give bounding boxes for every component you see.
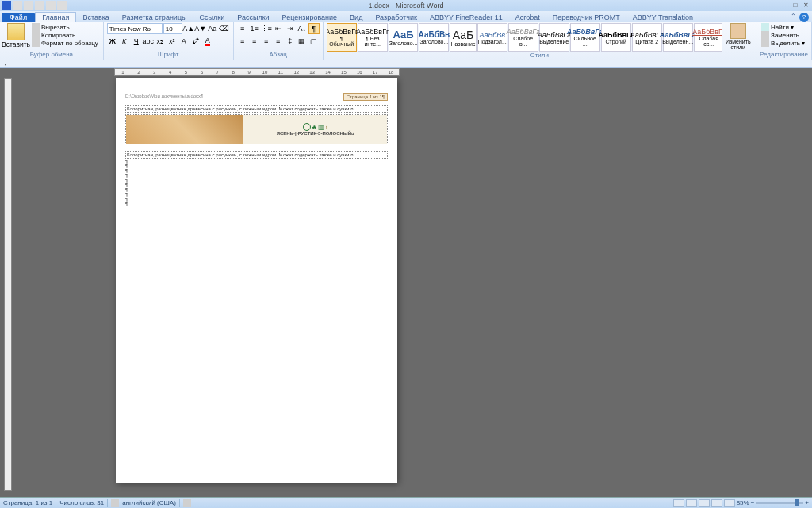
style-emphasis[interactable]: АаБбВвГгВыделение — [539, 23, 569, 52]
style-nospacing[interactable]: АаБбВвГг¶ Без инте... — [358, 23, 388, 52]
style-prev: АаБбВвГг — [538, 31, 571, 39]
text-effects-icon[interactable]: A — [178, 36, 190, 47]
qat-icon-4[interactable] — [46, 1, 56, 10]
tab-view[interactable]: Вид — [343, 13, 369, 22]
clear-format-icon[interactable]: ⌫ — [219, 23, 230, 34]
font-name-select[interactable] — [107, 23, 163, 34]
zoom-in-button[interactable]: + — [805, 499, 809, 506]
zoom-slider[interactable] — [756, 502, 803, 504]
align-right-icon[interactable]: ≡ — [261, 36, 272, 47]
change-styles-button[interactable]: Изменить стили — [723, 23, 753, 50]
align-left-icon[interactable]: ≡ — [237, 36, 248, 47]
table-cell-1[interactable]: Колоритная, разноцветная древесина с рис… — [125, 105, 388, 113]
font-color-icon[interactable]: A — [202, 36, 213, 47]
status-page[interactable]: Страница: 1 из 1 — [3, 499, 52, 506]
shading-icon[interactable]: ▦ — [297, 36, 308, 47]
status-words[interactable]: Число слов: 31 — [59, 499, 104, 506]
status-zoom[interactable]: 85% — [737, 499, 749, 506]
bullets-icon[interactable]: ≡ — [237, 23, 248, 34]
font-size-select[interactable] — [163, 23, 182, 34]
change-case-icon[interactable]: Aa — [207, 23, 218, 34]
close-button[interactable]: ✕ — [801, 2, 810, 10]
qat-redo-icon[interactable] — [35, 1, 44, 10]
style-subtle-ref[interactable]: АаБбВвГгСлабая сс... — [694, 23, 722, 52]
show-marks-icon[interactable]: ¶ — [308, 23, 320, 34]
view-print-layout-icon[interactable] — [673, 499, 684, 507]
view-fullscreen-icon[interactable] — [686, 499, 697, 507]
proofing-icon[interactable] — [111, 499, 119, 507]
qat-save-icon[interactable] — [13, 1, 22, 10]
style-quote[interactable]: АаБбВвГгЦитата 2 — [632, 23, 662, 52]
style-normal[interactable]: АаБбВвГг¶ Обычный — [327, 23, 357, 52]
tab-references[interactable]: Ссылки — [193, 13, 232, 22]
tab-pagelayout[interactable]: Разметка страницы — [116, 13, 193, 22]
superscript-icon[interactable]: x² — [167, 36, 178, 47]
borders-icon[interactable]: ▢ — [308, 36, 320, 47]
status-language[interactable]: английский (США) — [122, 499, 176, 506]
strike-icon[interactable]: abc — [143, 36, 154, 47]
table-cell-2[interactable]: Колоритная, разноцветная древесина с рис… — [125, 151, 388, 159]
image-row[interactable]: ♣ ▥ i ЯСЕНЬ-|-РУСТИК-3-ПОЛОСНЫЙ¤ — [125, 114, 388, 144]
ruler-tick: 1 — [115, 70, 131, 75]
grow-font-icon[interactable]: A▲ — [183, 23, 194, 34]
ribbon-minimize-icon[interactable]: ⌃ — [791, 13, 796, 22]
highlight-icon[interactable]: 🖍 — [190, 36, 201, 47]
format-painter-button[interactable]: Формат по образцу — [30, 39, 100, 47]
tab-mailings[interactable]: Рассылки — [231, 13, 275, 22]
tab-insert[interactable]: Вставка — [76, 13, 115, 22]
bold-icon[interactable]: Ж — [107, 36, 118, 47]
style-subtitle[interactable]: АаБбВвПодзагол... — [477, 23, 508, 52]
tab-review[interactable]: Рецензирование — [276, 13, 344, 22]
document-area[interactable]: 123456789101112131415161718 D:\Dropbox\М… — [0, 68, 812, 500]
shrink-font-icon[interactable]: A▼ — [195, 23, 206, 34]
qat-icon-5[interactable] — [57, 1, 67, 10]
view-outline-icon[interactable] — [711, 499, 722, 507]
align-center-icon[interactable]: ≡ — [249, 36, 260, 47]
maximize-button[interactable]: □ — [791, 2, 800, 10]
sort-icon[interactable]: A↓ — [297, 23, 308, 34]
tab-acrobat[interactable]: Acrobat — [509, 13, 546, 22]
indent-dec-icon[interactable]: ⇤ — [273, 23, 284, 34]
style-intense[interactable]: АаБбВвГгСильное ... — [570, 23, 600, 52]
zoom-thumb[interactable] — [795, 499, 799, 506]
minimize-button[interactable]: — — [780, 2, 790, 10]
help-icon[interactable]: ? — [799, 13, 809, 22]
justify-icon[interactable]: ≡ — [273, 36, 284, 47]
vertical-ruler[interactable] — [4, 78, 12, 491]
style-title[interactable]: АаБНазвание — [450, 23, 476, 52]
style-strong[interactable]: АаБбВвГгСтрогий — [601, 23, 631, 52]
line-spacing-icon[interactable]: ‡ — [285, 36, 296, 47]
view-draft-icon[interactable] — [724, 499, 735, 507]
logo-circle-icon — [303, 123, 311, 131]
replace-button[interactable]: Заменить — [760, 31, 806, 39]
find-button[interactable]: Найти▾ — [760, 23, 806, 31]
tab-home[interactable]: Главная — [35, 12, 76, 22]
zoom-out-button[interactable]: − — [751, 499, 755, 506]
underline-icon[interactable]: Ч — [131, 36, 142, 47]
view-web-icon[interactable] — [699, 499, 710, 507]
subscript-icon[interactable]: x₂ — [155, 36, 166, 47]
tab-developer[interactable]: Разработчик — [369, 13, 423, 22]
style-heading1[interactable]: АаБЗаголово... — [389, 23, 419, 52]
cut-button[interactable]: Вырезать — [30, 23, 100, 31]
tab-promt[interactable]: Переводчик PROMT — [546, 13, 626, 22]
style-intense-quote[interactable]: АаБбВвГгВыделенн... — [663, 23, 693, 52]
indent-inc-icon[interactable]: ⇥ — [285, 23, 296, 34]
style-gallery[interactable]: АаБбВвГг¶ Обычный АаБбВвГг¶ Без инте... … — [327, 23, 722, 52]
paste-button[interactable]: Вставить — [3, 23, 29, 48]
italic-icon[interactable]: К — [119, 36, 130, 47]
style-subtle[interactable]: АаБбВвГгСлабое в... — [508, 23, 538, 52]
image-label-cell: ♣ ▥ i ЯСЕНЬ-|-РУСТИК-3-ПОЛОСНЫЙ¤ — [243, 115, 387, 144]
qat-undo-icon[interactable] — [24, 1, 33, 10]
tab-abbyy-trans[interactable]: ABBYY Translation — [626, 13, 699, 22]
style-heading2[interactable]: АаБбВвЗаголово... — [419, 23, 449, 52]
copy-button[interactable]: Копировать — [30, 31, 100, 39]
horizontal-ruler[interactable]: 123456789101112131415161718 — [114, 68, 400, 76]
multilevel-icon[interactable]: ⋮≡ — [261, 23, 272, 34]
tab-file[interactable]: Файл — [2, 13, 35, 22]
macro-rec-icon[interactable] — [183, 499, 191, 507]
numbering-icon[interactable]: 1≡ — [249, 23, 260, 34]
page[interactable]: D:\Dropbox\Мои документы\a.docx¶ Страниц… — [116, 78, 397, 483]
select-button[interactable]: Выделить▾ — [760, 39, 806, 47]
tab-abbyy-fr[interactable]: ABBYY FineReader 11 — [423, 13, 509, 22]
